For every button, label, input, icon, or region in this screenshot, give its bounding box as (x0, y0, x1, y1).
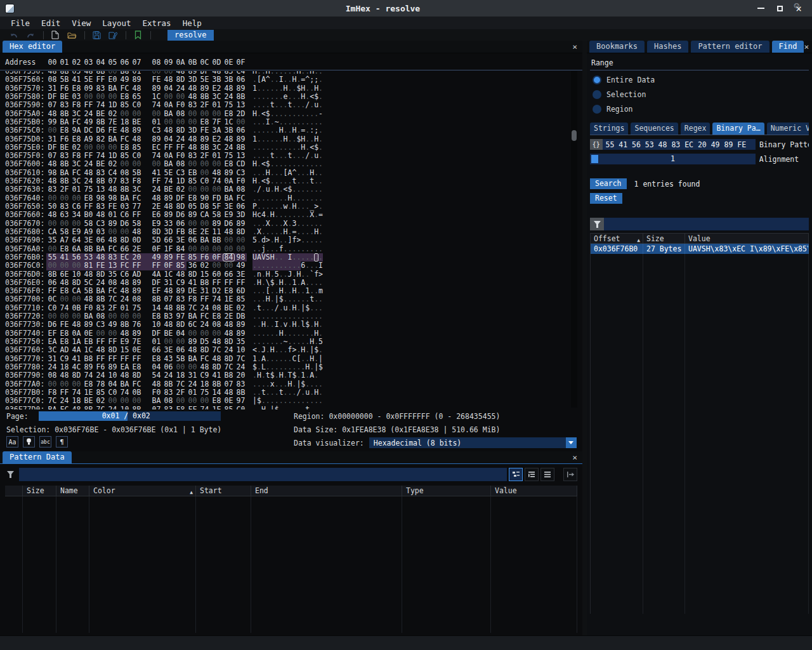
hex-address[interactable]: 036F77C0: (0, 397, 46, 405)
hex-byte[interactable]: 09 (82, 84, 95, 93)
hex-ascii-char[interactable]: 1 (252, 355, 257, 363)
hex-byte[interactable]: 24 (95, 279, 107, 287)
hex-byte[interactable]: E8 (211, 397, 223, 405)
hex-byte[interactable]: 14 (150, 304, 162, 312)
hex-ascii-char[interactable]: H (266, 270, 270, 279)
hex-ascii-char[interactable]: . (314, 118, 318, 126)
hex-byte[interactable]: 00 (95, 329, 107, 338)
hex-byte[interactable]: 7C (223, 363, 235, 371)
hex-ascii-char[interactable]: . (296, 126, 301, 135)
hex-ascii-char[interactable]: . (257, 202, 261, 211)
hex-byte[interactable]: BA (187, 312, 199, 321)
hex-byte[interactable]: FF (131, 211, 143, 219)
reset-button[interactable]: Reset (590, 193, 622, 204)
hex-byte[interactable]: 00 (211, 160, 223, 168)
hex-ascii-char[interactable]: . (275, 329, 279, 338)
hex-byte[interactable]: 0F (162, 262, 174, 270)
hex-byte[interactable]: 00 (187, 397, 199, 405)
hex-byte[interactable]: 48 (58, 371, 70, 380)
hex-byte[interactable]: E8 (131, 363, 143, 371)
hex-ascii-char[interactable]: . (257, 338, 261, 346)
hex-byte[interactable]: 07 (107, 177, 119, 185)
hex-ascii-char[interactable]: H (301, 346, 305, 354)
hex-byte[interactable]: 07 (46, 101, 58, 109)
hex-byte[interactable]: 48 (187, 93, 199, 101)
hex-byte[interactable]: 35 (107, 270, 119, 279)
hex-byte[interactable]: 1F (162, 245, 174, 253)
hex-byte[interactable]: 83 (187, 101, 199, 109)
hex-ascii-char[interactable]: H (279, 279, 284, 287)
hex-byte[interactable]: E8 (58, 287, 70, 295)
hex-byte[interactable]: 48 (119, 279, 131, 287)
hex-ascii-char[interactable]: . (310, 160, 314, 168)
tab-find[interactable]: Find (772, 41, 804, 53)
hex-byte[interactable]: 5E (82, 76, 95, 84)
pattern-header-value[interactable]: Value (491, 486, 577, 496)
hex-byte[interactable]: 0B (131, 388, 143, 397)
hex-byte[interactable]: 48 (119, 126, 131, 135)
hex-byte[interactable]: BA (223, 185, 235, 194)
hex-byte[interactable]: 3E (162, 346, 174, 354)
hex-address[interactable]: 036F7580: (0, 93, 46, 101)
hex-byte[interactable]: 03 (70, 93, 82, 101)
hex-ascii-char[interactable]: < (284, 185, 288, 194)
hex-ascii-char[interactable]: < (261, 160, 266, 168)
hex-ascii-char[interactable]: . (252, 388, 257, 397)
hex-byte[interactable]: AD (58, 346, 70, 354)
hex-byte[interactable]: 13 (107, 262, 119, 270)
hex-byte[interactable]: 55 (46, 253, 58, 262)
bookmark-icon[interactable] (133, 30, 143, 40)
hex-ascii-char[interactable]: . (305, 371, 310, 380)
hex-byte[interactable]: 8D (199, 346, 211, 354)
hex-ascii-char[interactable]: . (305, 329, 310, 338)
hex-byte[interactable]: E8 (223, 287, 235, 295)
hex-ascii-char[interactable]: . (296, 110, 301, 118)
hex-byte[interactable]: FF (95, 355, 107, 363)
hex-byte[interactable]: 0D (131, 236, 143, 244)
hex-byte[interactable]: 3D (162, 228, 174, 236)
hex-byte[interactable]: 02 (95, 397, 107, 405)
hex-ascii-char[interactable]: . (301, 363, 305, 371)
hex-address[interactable]: 036F76E0: (0, 279, 46, 287)
hex-byte[interactable]: 2D (235, 110, 247, 118)
hex-ascii-char[interactable]: . (296, 312, 301, 321)
hex-byte[interactable]: 85 (174, 262, 187, 270)
hex-byte[interactable]: 8B (162, 380, 174, 388)
hex-byte[interactable]: 8B (82, 245, 95, 253)
hex-byte[interactable]: 24 (223, 93, 235, 101)
save-icon[interactable] (91, 30, 102, 40)
hex-byte[interactable]: FE (107, 126, 119, 135)
hex-ascii-char[interactable]: . (314, 338, 318, 346)
hex-byte[interactable]: 00 (58, 380, 70, 388)
hex-ascii-char[interactable]: . (252, 220, 257, 228)
hex-byte[interactable]: 5B (82, 287, 95, 295)
open-folder-icon[interactable] (67, 30, 77, 40)
hex-byte[interactable]: 11 (211, 228, 223, 236)
hex-address[interactable]: 036F7740: (0, 329, 46, 338)
hex-byte[interactable]: D8 (199, 202, 211, 211)
hex-ascii-char[interactable]: . (252, 279, 257, 287)
hex-byte[interactable]: BE (95, 110, 107, 118)
hex-address[interactable]: 036F7650: (0, 202, 46, 211)
hex-ascii-char[interactable]: . (288, 279, 292, 287)
hex-ascii-char[interactable]: . (261, 202, 266, 211)
hex-byte[interactable]: 31 (199, 287, 211, 295)
hex-ascii-char[interactable]: . (279, 169, 284, 177)
hex-byte[interactable]: 5F (211, 202, 223, 211)
hex-byte[interactable]: FC (131, 380, 143, 388)
hex-ascii-char[interactable]: . (310, 194, 314, 202)
hex-byte[interactable]: 83 (46, 185, 58, 194)
hex-byte[interactable]: 8B (58, 160, 70, 168)
hex-byte[interactable]: 83 (95, 169, 107, 177)
hex-ascii-char[interactable]: . (310, 388, 314, 397)
hex-byte[interactable]: 98 (235, 253, 247, 262)
hex-ascii-char[interactable]: > (266, 236, 270, 244)
hex-byte[interactable]: 31 (162, 279, 174, 287)
hex-byte[interactable]: 06 (46, 279, 58, 287)
hex-byte[interactable]: 08 (107, 279, 119, 287)
hex-byte[interactable]: 24 (174, 135, 187, 143)
hex-byte[interactable]: B0 (82, 211, 95, 219)
hex-ascii-char[interactable]: . (296, 397, 301, 405)
hex-ascii-char[interactable]: . (257, 295, 261, 303)
hex-ascii-char[interactable]: . (305, 185, 310, 194)
